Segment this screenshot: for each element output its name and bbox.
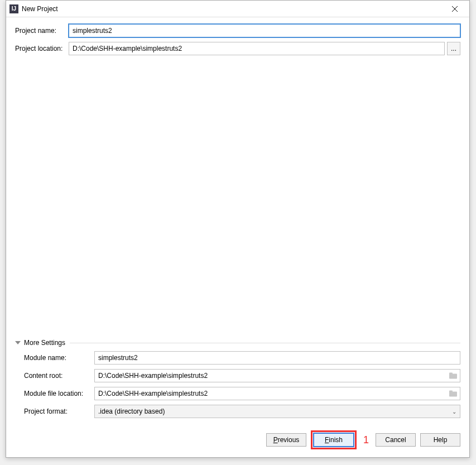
project-name-input[interactable] <box>69 24 460 37</box>
project-name-row: Project name: <box>15 24 460 37</box>
window-title: New Project <box>22 5 58 13</box>
new-project-dialog: IJ New Project Project name: Project loc… <box>6 0 470 458</box>
titlebar: IJ New Project <box>6 1 469 17</box>
chevron-down-icon <box>15 341 21 344</box>
project-name-label: Project name: <box>15 27 69 35</box>
project-location-label: Project location: <box>15 45 69 52</box>
close-icon[interactable] <box>444 1 466 17</box>
module-name-row: Module name: <box>24 351 460 365</box>
project-format-select[interactable]: .idea (directory based) ⌄ <box>94 405 460 418</box>
previous-button[interactable]: Previous <box>266 433 306 447</box>
button-row: Previous Finish 1 Cancel Help <box>6 425 469 457</box>
project-format-value: .idea (directory based) <box>98 408 165 415</box>
browse-location-button[interactable]: ... <box>447 42 460 55</box>
module-file-location-input[interactable] <box>94 387 460 400</box>
finish-button[interactable]: Finish <box>314 433 354 447</box>
module-file-location-label: Module file location: <box>24 390 94 397</box>
content-root-label: Content root: <box>24 372 94 380</box>
project-location-input[interactable] <box>69 42 445 55</box>
project-location-row: Project location: ... <box>15 42 460 55</box>
content-root-input[interactable] <box>94 369 460 382</box>
more-settings-label: More Settings <box>24 339 65 347</box>
cancel-button[interactable]: Cancel <box>376 433 416 447</box>
divider <box>70 343 460 343</box>
content-spacer <box>15 60 460 339</box>
annotation-number-1: 1 <box>363 434 369 446</box>
content-root-row: Content root: <box>24 369 460 382</box>
more-settings-body: Module name: Content root: Module file l… <box>15 351 460 423</box>
finish-highlight-annotation: Finish <box>311 430 357 449</box>
help-button[interactable]: Help <box>420 433 460 447</box>
module-name-label: Module name: <box>24 354 94 362</box>
more-settings-toggle[interactable]: More Settings <box>15 339 460 347</box>
chevron-down-icon: ⌄ <box>452 409 456 415</box>
module-file-location-row: Module file location: <box>24 387 460 400</box>
module-name-input[interactable] <box>94 351 460 365</box>
app-icon: IJ <box>9 4 18 13</box>
dialog-content: Project name: Project location: ... More… <box>6 17 469 425</box>
project-format-label: Project format: <box>24 408 94 415</box>
project-format-row: Project format: .idea (directory based) … <box>24 405 460 418</box>
